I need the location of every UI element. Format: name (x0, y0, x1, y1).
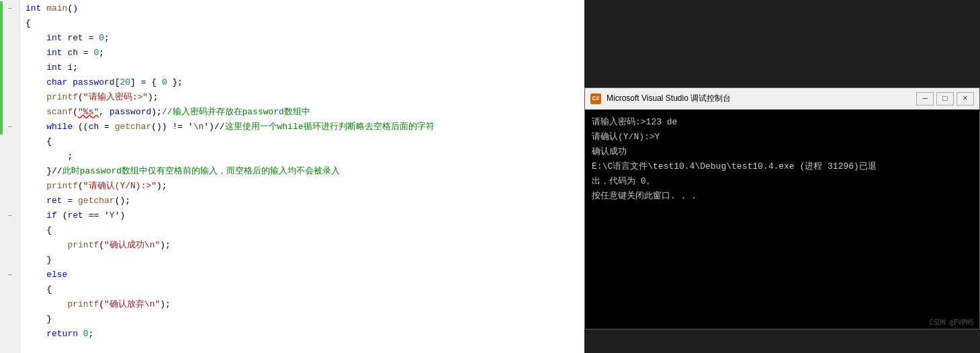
code-line-3: int ch = 0; (26, 46, 579, 61)
code-line-20: printf("确认放弃\n"); (26, 297, 579, 312)
code-line-0: int main() (26, 1, 579, 16)
gutter-line-20 (0, 297, 19, 312)
code-line-9: { (26, 134, 579, 149)
gutter-line-19 (0, 282, 19, 297)
maximize-button[interactable]: □ (936, 92, 954, 106)
code-line-1: { (26, 16, 579, 31)
collapse-marker-18[interactable]: − (7, 272, 11, 279)
gutter-line-22 (0, 327, 19, 342)
gutter-line-18: − (0, 268, 19, 282)
console-title: Microsoft Visual Studio 调试控制台 (607, 93, 916, 104)
console-watermark: CSDN @FVPHS (930, 319, 974, 326)
code-lines: int main(){ int ret = 0; int ch = 0; int… (20, 0, 584, 353)
console-body: 请输入密码:>123 de请确认(Y/N):>Y确认成功E:\C语言文件\tes… (585, 110, 979, 329)
code-line-6: printf("请输入密码:>"); (26, 90, 579, 105)
gutter-line-17 (0, 253, 19, 268)
gutter-line-10 (0, 149, 19, 164)
gutter-line-5 (0, 75, 19, 90)
console-line: 请输入密码:>123 de (592, 115, 973, 130)
code-line-21: } (26, 312, 579, 327)
code-line-19: { (26, 282, 579, 297)
gutter-line-6 (0, 90, 19, 105)
gutter-line-13 (0, 194, 19, 208)
code-line-14: if (ret == 'Y') (26, 208, 579, 223)
code-line-5: char password[20] = { 0 }; (26, 75, 579, 90)
console-line: 请确认(Y/N):>Y (592, 130, 973, 145)
gutter-line-2 (0, 31, 19, 46)
console-window-buttons: — □ × (916, 92, 974, 106)
collapse-marker-0[interactable]: − (7, 5, 11, 13)
collapse-marker-8[interactable]: − (7, 124, 11, 131)
code-line-18: else (26, 268, 579, 282)
code-editor: −−−− int main(){ int ret = 0; int ch = 0… (0, 0, 584, 353)
gutter-line-3 (0, 46, 19, 61)
gutter-line-9 (0, 134, 19, 149)
code-line-8: while ((ch = getchar()) != '\n')//这里使用一个… (26, 120, 579, 134)
code-line-7: scanf("%s", password);//输入密码并存放在password… (26, 105, 579, 120)
code-line-4: int i; (26, 61, 579, 75)
console-line: 出，代码为 0。 (592, 174, 973, 189)
code-line-22: return 0; (26, 327, 579, 342)
code-line-12: printf("请确认(Y/N):>"); (26, 179, 579, 194)
gutter-line-4 (0, 61, 19, 75)
console-line: 按任意键关闭此窗口. . . (592, 189, 973, 204)
gutter-line-14: − (0, 208, 19, 223)
gutter-line-15 (0, 223, 19, 238)
gutter-line-8: − (0, 120, 19, 134)
code-line-16: printf("确认成功\n"); (26, 238, 579, 253)
gutter-line-16 (0, 238, 19, 253)
code-line-10: ; (26, 149, 579, 164)
code-line-17: } (26, 253, 579, 268)
console-app-icon: C# (590, 93, 601, 104)
gutter-line-1 (0, 16, 19, 31)
code-line-15: { (26, 223, 579, 238)
gutter-line-11 (0, 164, 19, 179)
gutter-line-12 (0, 179, 19, 194)
code-line-11: }//此时password数组中仅有空格前的输入，而空格后的输入均不会被录入 (26, 164, 579, 179)
close-button[interactable]: × (956, 92, 974, 106)
console-window: C# Microsoft Visual Studio 调试控制台 — □ × 请… (584, 87, 980, 329)
collapse-marker-14[interactable]: − (7, 212, 11, 220)
code-line-2: int ret = 0; (26, 31, 579, 46)
editor-gutter: −−−− (0, 0, 20, 353)
minimize-button[interactable]: — (916, 92, 934, 106)
console-titlebar: C# Microsoft Visual Studio 调试控制台 — □ × (585, 88, 979, 110)
gutter-line-0: − (0, 1, 19, 16)
gutter-line-7 (0, 105, 19, 120)
console-line: E:\C语言文件\test10.4\Debug\test10.4.exe (进程… (592, 159, 973, 174)
console-line: 确认成功 (592, 145, 973, 159)
code-line-13: ret = getchar(); (26, 194, 579, 208)
gutter-line-21 (0, 312, 19, 327)
